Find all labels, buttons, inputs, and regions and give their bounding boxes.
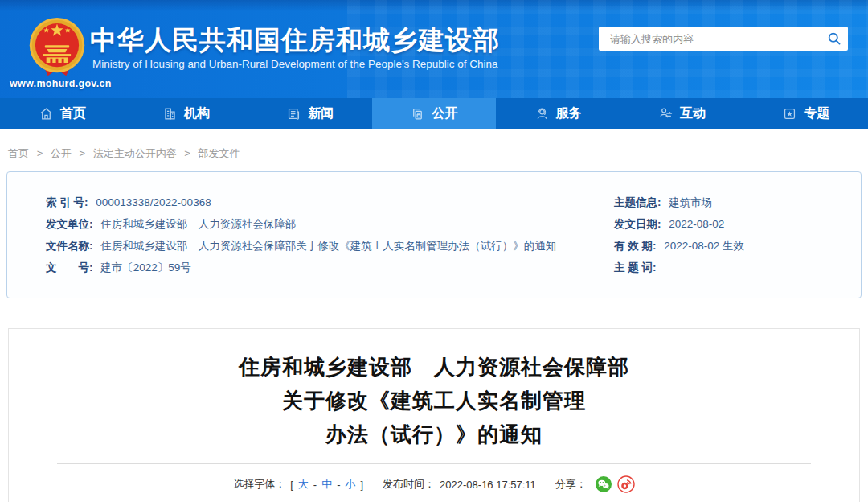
breadcrumb-separator: > xyxy=(37,147,43,159)
nav-label: 互动 xyxy=(680,105,706,122)
nav-item-news[interactable]: 新闻 xyxy=(248,98,372,129)
breadcrumb-separator: > xyxy=(79,147,85,159)
metadata-value: 建筑市场 xyxy=(669,196,712,208)
search-button[interactable] xyxy=(821,27,848,51)
news-icon xyxy=(286,106,301,121)
metadata-value: 2022-08-02 xyxy=(669,218,724,230)
metadata-row-keywords: 主 题 词: xyxy=(614,257,861,278)
disclosure-icon xyxy=(410,106,425,121)
metadata-left-column: 索 引 号: 000013338/2022-00368 发文单位: 住房和城乡建… xyxy=(7,191,579,298)
metadata-row-document-number: 文 号: 建市〔2022〕59号 xyxy=(46,257,579,278)
metadata-label: 文 号: xyxy=(46,261,93,274)
weibo-share-button[interactable] xyxy=(617,475,635,493)
topics-icon xyxy=(782,106,797,121)
document-content-panel: 住房和城乡建设部 人力资源社会保障部 关于修改《建筑工人实名制管理 办法（试行）… xyxy=(8,328,860,502)
document-title-line: 办法（试行）》的通知 xyxy=(9,418,859,451)
interaction-icon xyxy=(658,106,674,121)
document-title: 住房和城乡建设部 人力资源社会保障部 关于修改《建筑工人实名制管理 办法（试行）… xyxy=(9,350,859,451)
nav-label: 专题 xyxy=(804,105,829,122)
site-header: www.mohurd.gov.cn 中华人民共和国住房和城乡建设部 Minist… xyxy=(0,0,868,98)
share-icons xyxy=(595,475,635,493)
nav-item-interaction[interactable]: 互动 xyxy=(620,98,743,129)
search-input[interactable] xyxy=(599,33,821,45)
nav-label: 机构 xyxy=(184,105,210,122)
font-size-small-button[interactable]: 小 xyxy=(345,477,355,492)
wechat-icon xyxy=(595,475,612,493)
metadata-row-issuing-unit: 发文单位: 住房和城乡建设部 人力资源社会保障部 xyxy=(46,213,579,235)
national-emblem-logo xyxy=(27,16,88,82)
metadata-value: 建市〔2022〕59号 xyxy=(100,261,191,274)
metadata-row-subject-info: 主题信息: 建筑市场 xyxy=(614,191,861,213)
breadcrumb: 首页 > 公开 > 法定主动公开内容 > 部发文件 xyxy=(0,129,868,171)
main-nav: 首页 机构 新闻 公开 服务 互动 xyxy=(0,98,868,129)
breadcrumb-item-statutory-content[interactable]: 法定主动公开内容 xyxy=(93,147,177,159)
publish-time-value: 2022-08-16 17:57:11 xyxy=(440,479,536,491)
nav-item-organization[interactable]: 机构 xyxy=(124,98,248,129)
font-size-bracket: [ xyxy=(290,479,293,491)
metadata-right-column: 主题信息: 建筑市场 发文日期: 2022-08-02 有 效 期: 2022-… xyxy=(579,191,861,298)
breadcrumb-item-home[interactable]: 首页 xyxy=(8,147,29,159)
nav-item-disclosure[interactable]: 公开 xyxy=(372,98,496,129)
search-icon xyxy=(827,31,841,46)
nav-item-home[interactable]: 首页 xyxy=(0,98,124,129)
breadcrumb-item-ministry-documents[interactable]: 部发文件 xyxy=(199,147,240,159)
document-title-line: 关于修改《建筑工人实名制管理 xyxy=(9,384,859,418)
publish-time-label: 发布时间： xyxy=(383,477,435,492)
metadata-label: 有 效 期: xyxy=(614,240,657,252)
metadata-label: 主 题 词: xyxy=(614,261,657,274)
services-icon xyxy=(534,106,550,121)
metadata-label: 发文日期: xyxy=(614,218,661,230)
site-subtitle: Ministry of Housing and Urban-Rural Deve… xyxy=(92,58,498,70)
metadata-value: 住房和城乡建设部 人力资源社会保障部 xyxy=(100,218,296,230)
metadata-row-document-name: 文件名称: 住房和城乡建设部 人力资源社会保障部关于修改《建筑工人实名制管理办法… xyxy=(46,235,579,257)
metadata-label: 文件名称: xyxy=(46,240,93,252)
font-size-medium-button[interactable]: 中 xyxy=(321,477,332,492)
title-divider xyxy=(57,463,811,464)
nav-label: 服务 xyxy=(556,105,582,122)
nav-item-services[interactable]: 服务 xyxy=(496,98,620,129)
organization-icon xyxy=(162,106,178,121)
site-title: 中华人民共和国住房和城乡建设部 xyxy=(90,23,500,59)
site-url: www.mohurd.gov.cn xyxy=(10,78,112,89)
nav-label: 公开 xyxy=(432,105,457,122)
metadata-label: 索 引 号: xyxy=(46,196,88,208)
weibo-icon xyxy=(617,475,635,493)
document-title-line: 住房和城乡建设部 人力资源社会保障部 xyxy=(9,350,859,384)
document-metadata-panel: 索 引 号: 000013338/2022-00368 发文单位: 住房和城乡建… xyxy=(6,171,862,298)
nav-label: 新闻 xyxy=(308,105,334,122)
breadcrumb-item-disclosure[interactable]: 公开 xyxy=(51,147,72,159)
metadata-value: 000013338/2022-00368 xyxy=(96,196,211,208)
font-size-label: 选择字体： xyxy=(233,477,285,492)
wechat-share-button[interactable] xyxy=(595,475,612,493)
search-box xyxy=(599,27,848,51)
font-size-large-button[interactable]: 大 xyxy=(298,477,309,492)
font-size-dash: - xyxy=(337,479,340,491)
font-size-dash: - xyxy=(313,479,317,491)
metadata-row-index-number: 索 引 号: 000013338/2022-00368 xyxy=(46,191,579,213)
metadata-label: 发文单位: xyxy=(46,218,93,230)
metadata-value: 住房和城乡建设部 人力资源社会保障部关于修改《建筑工人实名制管理办法（试行）》的… xyxy=(100,240,556,252)
share-label: 分享： xyxy=(555,477,587,492)
metadata-label: 主题信息: xyxy=(614,196,661,208)
metadata-row-effective-date: 有 效 期: 2022-08-02 生效 xyxy=(614,235,861,257)
breadcrumb-separator: > xyxy=(184,147,190,159)
nav-label: 首页 xyxy=(60,105,86,122)
document-info-bar: 选择字体：[大 - 中 - 小] 发布时间：2022-08-16 17:57:1… xyxy=(9,475,859,493)
nav-item-topics[interactable]: 专题 xyxy=(744,98,868,129)
metadata-row-issue-date: 发文日期: 2022-08-02 xyxy=(614,213,861,235)
home-icon xyxy=(39,106,54,121)
metadata-value: 2022-08-02 生效 xyxy=(664,240,744,252)
font-size-bracket: ] xyxy=(360,479,363,491)
